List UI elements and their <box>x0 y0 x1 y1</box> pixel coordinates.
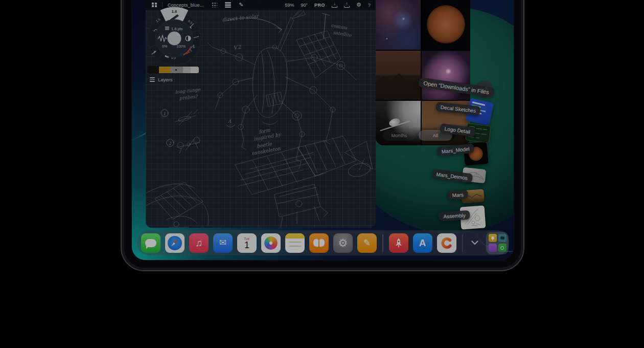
notes-header <box>285 233 305 238</box>
drag-label-assembly: Assembly <box>439 210 470 221</box>
mini-icon-lightbulb <box>489 234 497 242</box>
dock-divider <box>382 234 383 252</box>
dock-suggested-apps-folder[interactable] <box>486 232 509 254</box>
dock-divider <box>462 234 463 252</box>
mini-icon-podcast <box>498 244 507 252</box>
notes-line <box>289 242 301 243</box>
music-note-icon: ♫ <box>195 237 202 249</box>
chat-bubble-icon <box>145 239 156 247</box>
dock-collapse-button[interactable] <box>468 233 481 253</box>
dock-icon-notes[interactable] <box>285 233 305 253</box>
open-book-icon <box>313 239 325 247</box>
dock-icon-safari[interactable] <box>165 233 185 253</box>
dock-icon-app-store[interactable]: A <box>413 233 432 253</box>
dock: ♫ ✉ Tue 1 ⚙ ✎ A <box>137 230 509 255</box>
envelope-icon: ✉ <box>219 237 226 248</box>
drag-label-mars: Mars <box>447 189 468 200</box>
drag-drop-layer: Open “Downloads” in Files <box>132 0 514 260</box>
stage: direct to solar comms satellite V.2 long… <box>0 0 644 348</box>
mini-icon-camera <box>498 234 507 242</box>
dock-icon-concepts[interactable] <box>437 233 456 253</box>
concepts-c-icon <box>440 236 453 250</box>
gear-icon: ⚙ <box>338 237 348 249</box>
flower-icon <box>264 236 278 250</box>
notes-line <box>289 246 301 247</box>
dock-icon-music[interactable]: ♫ <box>189 233 209 253</box>
dock-icon-calendar[interactable]: Tue 1 <box>237 233 257 253</box>
pen-icon: ✎ <box>363 237 371 248</box>
chevron-down-icon <box>471 241 478 245</box>
rocket-icon <box>393 237 404 249</box>
dock-icon-messages[interactable] <box>141 233 160 253</box>
dock-icon-pages[interactable]: ✎ <box>357 233 377 253</box>
appstore-letter: A <box>419 237 426 249</box>
dock-icon-mail[interactable]: ✉ <box>213 233 233 253</box>
ipad-screen: direct to solar comms satellite V.2 long… <box>132 0 514 260</box>
dock-icon-rocket-app[interactable] <box>389 233 408 253</box>
compass-icon <box>168 236 182 250</box>
mini-icon-star <box>489 244 497 252</box>
dock-icon-photos[interactable] <box>261 233 281 253</box>
calendar-day: 1 <box>244 241 249 250</box>
dock-icon-settings[interactable]: ⚙ <box>333 233 353 253</box>
dock-icon-books[interactable] <box>309 233 329 253</box>
